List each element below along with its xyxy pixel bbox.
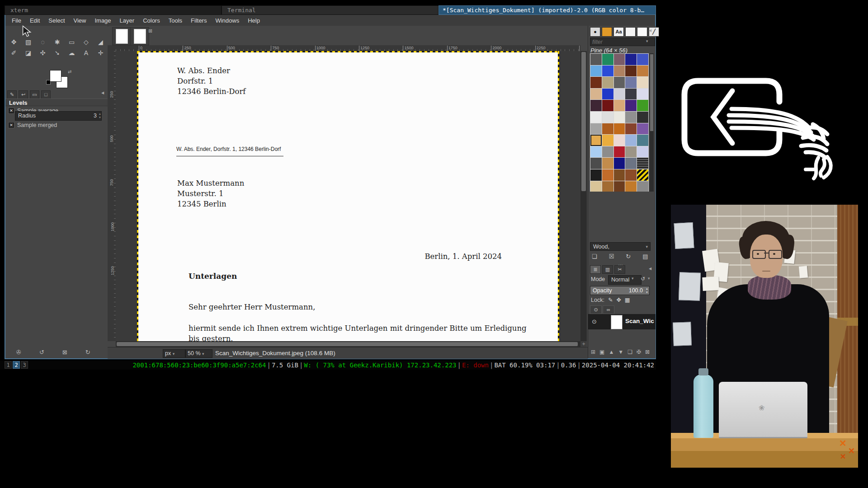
crop-tool-icon[interactable]: ▭ <box>67 38 76 47</box>
paths-tab[interactable]: ✂ <box>614 265 625 274</box>
mode-chevron-icon[interactable]: ▾ <box>632 276 634 281</box>
opacity-spinner[interactable]: ▲▼ <box>646 287 648 294</box>
pattern-swatch[interactable] <box>590 66 602 77</box>
save-options-icon[interactable]: ✇ <box>16 349 21 356</box>
flip-tool-icon[interactable]: ◢ <box>96 38 105 47</box>
pattern-swatch[interactable] <box>614 100 625 111</box>
window-tab-xterm[interactable]: xterm <box>5 5 222 15</box>
pattern-swatch[interactable] <box>637 146 648 158</box>
paintbrush-tool-icon[interactable]: ✐ <box>9 48 19 57</box>
pattern-swatch[interactable] <box>625 66 637 77</box>
menu-file[interactable]: File <box>12 17 21 24</box>
workspace-button-2[interactable]: 2 <box>13 361 20 369</box>
pattern-swatch[interactable] <box>614 169 625 181</box>
pattern-swatch[interactable] <box>637 158 648 169</box>
pattern-swatch[interactable] <box>614 146 625 158</box>
pattern-swatch[interactable] <box>590 123 602 135</box>
patterns-tab[interactable] <box>602 27 612 37</box>
sample-average-checkbox[interactable]: ✕ <box>8 108 14 114</box>
lock-position-icon[interactable]: ✥ <box>616 296 621 303</box>
image-thumbnail-2[interactable] <box>130 27 149 45</box>
link-column-icon[interactable]: ∞ <box>603 305 614 314</box>
pattern-swatch[interactable] <box>614 158 625 169</box>
sample-merged-row[interactable]: ✕ Sample merged <box>8 122 57 128</box>
duplicate-pattern-icon[interactable]: ❏ <box>592 253 597 260</box>
pattern-swatch[interactable] <box>602 135 613 146</box>
pattern-swatch[interactable] <box>602 123 613 135</box>
restore-options-icon[interactable]: ↺ <box>39 349 44 356</box>
new-group-icon[interactable]: ▣ <box>599 349 604 355</box>
pattern-swatch[interactable] <box>602 146 613 158</box>
pattern-swatch[interactable] <box>637 181 648 192</box>
pattern-swatch[interactable] <box>602 54 613 65</box>
lock-pixels-icon[interactable]: ✎ <box>608 296 613 303</box>
gradients-tab[interactable] <box>637 27 647 37</box>
foreground-color-swatch[interactable] <box>50 70 61 82</box>
layer-row[interactable]: ⊙ Scan_Wic <box>588 314 656 329</box>
menu-view[interactable]: View <box>74 17 86 24</box>
mode-dropdown[interactable]: Normal <box>608 275 642 285</box>
window-tab-gimp-focused[interactable]: *[Scan_Wichtiges_Dokument] (imported)-2.… <box>439 5 656 15</box>
pattern-swatch[interactable] <box>625 123 637 135</box>
pattern-swatch[interactable] <box>637 100 648 111</box>
pattern-swatch[interactable] <box>625 100 637 111</box>
menu-select[interactable]: Select <box>48 17 65 24</box>
sample-merged-checkbox[interactable]: ✕ <box>8 122 14 128</box>
pattern-swatch[interactable] <box>590 77 602 88</box>
brushes-tab[interactable]: ● <box>590 27 600 37</box>
pattern-swatch[interactable] <box>637 77 648 88</box>
pattern-swatch[interactable] <box>590 54 602 65</box>
pattern-swatch[interactable] <box>637 135 648 146</box>
pattern-swatch[interactable] <box>602 169 613 181</box>
pattern-swatch[interactable] <box>614 123 625 135</box>
free-select-tool-icon[interactable]: ◌ <box>38 38 47 47</box>
unit-select[interactable]: px ▾ <box>163 349 185 358</box>
pattern-swatch[interactable] <box>625 169 637 181</box>
pattern-swatch[interactable] <box>602 112 613 123</box>
radius-spinner[interactable]: ▲▼ <box>99 112 101 119</box>
menu-layer[interactable]: Layer <box>120 17 135 24</box>
workspace-button-1[interactable]: 1 <box>5 361 12 369</box>
layers-tab[interactable]: ≣ <box>590 265 601 274</box>
navigation-preview-button[interactable]: ✛ <box>580 341 587 347</box>
lower-layer-icon[interactable]: ▼ <box>618 349 623 355</box>
pattern-swatch[interactable] <box>602 89 613 100</box>
pattern-swatch[interactable] <box>602 158 613 169</box>
palettes-tab[interactable] <box>625 27 636 37</box>
visibility-column-icon[interactable]: ⊙ <box>590 305 602 314</box>
tool-options-tab-icon[interactable]: ✎ <box>7 90 17 99</box>
radius-slider[interactable]: Radius 3 ▲▼ <box>15 111 102 121</box>
text-tool-icon[interactable]: A <box>81 48 91 57</box>
workspace-button-3[interactable]: 3 <box>21 361 28 369</box>
new-layer-icon[interactable]: ⊞ <box>591 349 595 355</box>
delete-pattern-icon[interactable]: ☒ <box>609 253 614 260</box>
eraser-tool-icon[interactable]: ◪ <box>24 48 33 57</box>
delete-layer-icon[interactable]: ⊠ <box>645 349 650 355</box>
open-pattern-icon[interactable]: ▤ <box>642 253 648 260</box>
pattern-swatch[interactable] <box>614 89 625 100</box>
pattern-swatch[interactable] <box>625 77 637 88</box>
pattern-swatch[interactable] <box>625 135 637 146</box>
device-status-tab-icon[interactable]: ↩ <box>19 90 28 99</box>
reset-options-icon[interactable]: ↻ <box>85 349 90 356</box>
pattern-swatch[interactable] <box>602 66 613 77</box>
pattern-swatch[interactable] <box>602 77 613 88</box>
menu-tools[interactable]: Tools <box>169 17 182 24</box>
menu-edit[interactable]: Edit <box>30 17 40 24</box>
pattern-swatch[interactable] <box>614 77 625 88</box>
pattern-swatch[interactable] <box>590 169 602 181</box>
horizontal-scrollbar[interactable] <box>116 341 580 347</box>
pattern-swatch[interactable] <box>614 135 625 146</box>
windows-tab-icon[interactable]: ▭ <box>30 90 39 99</box>
menu-help[interactable]: Help <box>248 17 260 24</box>
pattern-swatch[interactable] <box>614 66 625 77</box>
swap-colors-icon[interactable]: ⇄ <box>68 69 71 74</box>
layer-name[interactable]: Scan_Wic <box>625 318 654 324</box>
refresh-patterns-icon[interactable]: ↻ <box>626 253 631 260</box>
pattern-swatch[interactable] <box>590 135 602 146</box>
pattern-swatch[interactable] <box>614 112 625 123</box>
delete-options-icon[interactable]: ⊠ <box>62 349 67 356</box>
pattern-swatch[interactable] <box>625 158 637 169</box>
pattern-swatch[interactable] <box>625 112 637 123</box>
lock-alpha-icon[interactable]: ▦ <box>625 296 630 303</box>
